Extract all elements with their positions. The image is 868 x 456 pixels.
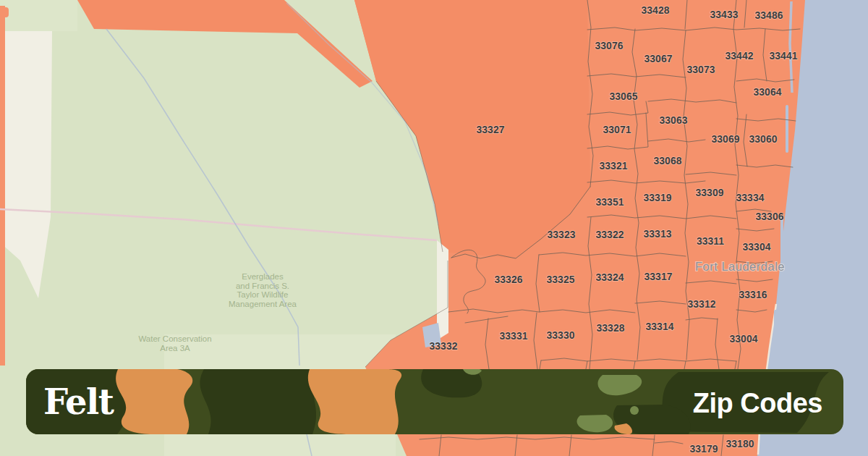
felt-logo[interactable]: Felt <box>43 381 114 422</box>
zip-label-33326: 33326 <box>495 274 523 285</box>
zip-label-33321: 33321 <box>600 160 628 172</box>
zip-label-33309: 33309 <box>696 187 724 198</box>
zip-label-33179: 33179 <box>690 443 718 455</box>
zip-label-33324: 33324 <box>596 271 624 283</box>
zip-label-33322: 33322 <box>596 229 624 240</box>
zip-label-33323: 33323 <box>548 229 576 240</box>
lighter-green-patch-top <box>0 0 77 31</box>
zip-label-33428: 33428 <box>642 4 670 16</box>
zip-label-33328: 33328 <box>597 322 625 334</box>
zip-label-33331: 33331 <box>500 330 528 342</box>
zip-sliver-nub <box>0 7 9 17</box>
zip-label-33314: 33314 <box>646 321 674 332</box>
map-canvas[interactable]: 3342833433334863307633067330733344233441… <box>0 0 868 456</box>
zip-label-33325: 33325 <box>547 274 575 285</box>
zip-label-33316: 33316 <box>739 289 767 300</box>
zip-label-33071: 33071 <box>603 124 631 135</box>
zip-label-33060: 33060 <box>749 133 778 145</box>
zip-label-33069: 33069 <box>712 133 740 145</box>
zip-label-33351: 33351 <box>596 196 624 208</box>
zip-label-33180: 33180 <box>726 438 754 449</box>
zip-label-33486: 33486 <box>755 9 783 21</box>
zip-label-33063: 33063 <box>660 114 688 126</box>
zip-label-33442: 33442 <box>726 50 754 62</box>
map-card: 3342833433334863307633067330733344233441… <box>0 0 868 456</box>
zip-label-33313: 33313 <box>644 228 672 240</box>
zip-label-33076: 33076 <box>595 40 624 51</box>
banner-title: Zip Codes <box>693 388 822 418</box>
zip-label-33306: 33306 <box>756 211 784 222</box>
zip-label-33332: 33332 <box>430 340 458 352</box>
zip-label-33073: 33073 <box>687 64 715 75</box>
zip-label-33319: 33319 <box>644 192 672 203</box>
zip-label-33004: 33004 <box>730 333 758 345</box>
zip-label-33311: 33311 <box>697 235 724 247</box>
zip-label-33064: 33064 <box>754 86 782 98</box>
zip-label-33330: 33330 <box>547 329 575 341</box>
zip-label-33312: 33312 <box>688 298 716 310</box>
zip-sliver-left <box>0 6 5 366</box>
zip-label-33068: 33068 <box>654 155 682 166</box>
zip-label-33065: 33065 <box>610 90 638 102</box>
zip-label-33327: 33327 <box>477 124 505 135</box>
zip-label-33304: 33304 <box>743 241 771 253</box>
zip-label-33317: 33317 <box>644 271 673 282</box>
zip-label-33441: 33441 <box>770 50 798 62</box>
zip-label-33433: 33433 <box>710 9 739 20</box>
zip-label-33334: 33334 <box>736 192 765 203</box>
city-label-fort-lauderdale: Fort Lauderdale <box>695 260 785 273</box>
banner: Felt Zip Codes <box>26 369 843 434</box>
zip-label-33067: 33067 <box>644 53 673 64</box>
